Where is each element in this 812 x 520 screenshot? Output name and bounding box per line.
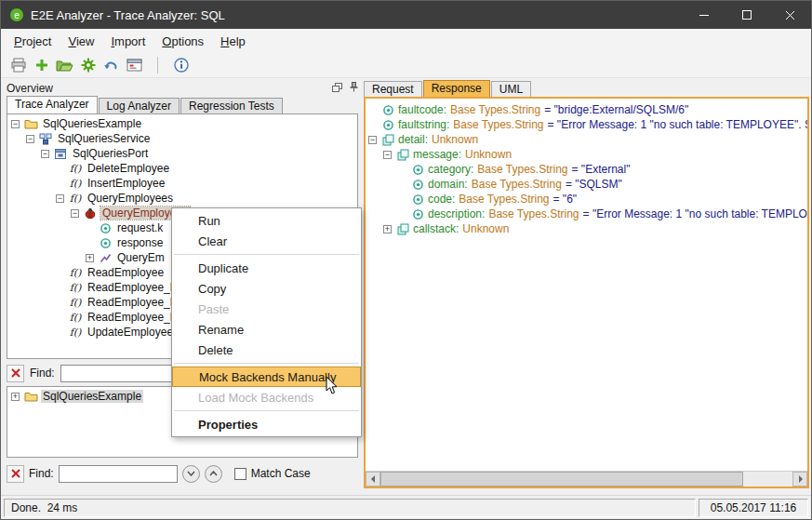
response-tree-item[interactable]: description: Base Types.String = "Error …: [368, 207, 807, 221]
context-menu-item[interactable]: Rename: [172, 319, 361, 340]
menubar-item[interactable]: View: [60, 31, 102, 52]
response-tree-item[interactable]: domain: Base Types.String = "SQLSM": [368, 177, 807, 192]
tree-indent: [11, 243, 86, 244]
add-icon[interactable]: [30, 55, 53, 75]
find-previous-button[interactable]: [205, 465, 222, 483]
tab[interactable]: Request: [364, 81, 422, 97]
tree-item[interactable]: − f() QueryEmployees: [7, 191, 357, 206]
context-menu-item[interactable]: Properties: [172, 414, 361, 434]
tab[interactable]: Response: [423, 80, 490, 97]
tab[interactable]: UML: [491, 81, 531, 97]
tree-indent: [11, 228, 86, 229]
context-menu-item[interactable]: [172, 360, 361, 367]
info-icon[interactable]: [169, 55, 193, 75]
func-icon: f(): [68, 163, 83, 175]
tree-item[interactable]: − SqlQueriesService: [7, 131, 357, 146]
tree-indent: [11, 273, 56, 273]
find-input[interactable]: [59, 465, 178, 483]
tree-item-label: SqlQueriesExample: [41, 390, 143, 403]
tab-label: Regression Tests: [189, 100, 274, 113]
attribute-name: domain:: [428, 178, 468, 191]
tree-indent: [368, 184, 398, 185]
context-menu-item[interactable]: [172, 251, 361, 258]
attribute-value: = "SQLSM": [566, 178, 622, 191]
tree-expander-icon[interactable]: +: [11, 393, 20, 401]
gear-icon[interactable]: [76, 55, 100, 75]
tab[interactable]: Regression Tests: [180, 98, 283, 113]
undo-icon[interactable]: [100, 55, 123, 75]
mouse-cursor: [326, 376, 338, 397]
float-panel-icon[interactable]: [332, 82, 342, 95]
response-tree-item[interactable]: − message: Unknown: [368, 147, 807, 162]
response-tree-item[interactable]: code: Base Types.String = "6": [368, 192, 807, 207]
attribute-name: category:: [428, 163, 473, 176]
scrollbar-thumb[interactable]: [380, 472, 743, 487]
tree-item[interactable]: f() InsertEmployee: [7, 176, 357, 191]
menubar-item[interactable]: Help: [212, 31, 254, 52]
tree-item[interactable]: f() DeleteEmployee: [7, 161, 357, 176]
tab[interactable]: Trace Analyzer: [7, 96, 98, 113]
tree-expander-icon[interactable]: −: [383, 151, 392, 159]
clear-find-button[interactable]: [7, 465, 24, 483]
minimize-button[interactable]: [683, 1, 725, 29]
tree-expander-icon[interactable]: −: [71, 209, 79, 218]
titlebar: e E2E Analyzer - Trace Analyzer: SQL: [1, 1, 811, 29]
context-menu-item[interactable]: [172, 407, 361, 414]
tree-expander-icon[interactable]: −: [368, 136, 377, 144]
tree-expander-icon[interactable]: −: [41, 150, 49, 158]
tree-expander-icon[interactable]: +: [383, 225, 392, 233]
print-icon[interactable]: [7, 55, 30, 75]
tree-indent: [368, 229, 383, 230]
func-icon: f(): [68, 327, 83, 339]
tree-item-label: QueryEm: [115, 251, 166, 264]
response-tree-item[interactable]: category: Base Types.String = "External": [368, 162, 807, 177]
response-tree-item[interactable]: − detail: Unknown: [368, 132, 807, 147]
response-tree-item[interactable]: faultstring: Base Types.String = "Error …: [368, 117, 807, 132]
tree-indent: [11, 302, 56, 303]
scroll-left-icon[interactable]: [366, 472, 380, 487]
tree-expander-icon[interactable]: −: [26, 135, 34, 143]
attr-icon: [98, 222, 113, 234]
tree-expander-icon[interactable]: +: [86, 254, 94, 262]
menubar-item[interactable]: Options: [153, 31, 212, 52]
context-menu-item-label: Duplicate: [198, 261, 248, 275]
service-icon: [38, 133, 53, 145]
match-case-checkbox[interactable]: [234, 468, 246, 480]
attribute-name: faultstring:: [398, 118, 449, 131]
context-menu-item[interactable]: Paste: [172, 299, 361, 319]
func-icon: f(): [68, 282, 83, 294]
scroll-right-icon[interactable]: [792, 472, 807, 487]
context-menu-item[interactable]: Clear: [172, 231, 361, 251]
find-next-button[interactable]: [182, 465, 200, 483]
pin-panel-icon[interactable]: [350, 82, 358, 95]
context-menu-item[interactable]: Run: [172, 210, 361, 231]
context-menu-item[interactable]: Duplicate: [172, 258, 361, 278]
context-menu-item-label: Paste: [198, 302, 229, 316]
scrollbar-track[interactable]: [380, 472, 792, 487]
trace-icon[interactable]: [123, 55, 146, 75]
tree-indent: [11, 153, 41, 154]
menubar-item[interactable]: Project: [6, 31, 60, 52]
tree-item[interactable]: − SqlQueriesPort: [7, 146, 357, 161]
tree-indent: [11, 183, 56, 184]
clear-find-button[interactable]: [7, 365, 24, 382]
horizontal-scrollbar[interactable]: [366, 471, 807, 487]
menubar-item[interactable]: Import: [102, 31, 153, 52]
maximize-button[interactable]: [725, 1, 768, 29]
attribute-type: Base Types.String: [472, 178, 562, 191]
tree-indent: [368, 214, 398, 215]
close-button[interactable]: [768, 1, 811, 29]
context-menu-item[interactable]: Copy: [172, 278, 361, 299]
tree-expander-icon[interactable]: −: [11, 120, 20, 128]
context-menu-item-label: Mock Backends Manually: [199, 370, 336, 384]
response-tree-item[interactable]: + callstack: Unknown: [368, 221, 807, 236]
response-tree-item[interactable]: faultcode: Base Types.String = "bridge:E…: [368, 102, 807, 117]
open-icon[interactable]: [53, 55, 76, 75]
response-tree: faultcode: Base Types.String = "bridge:E…: [366, 99, 807, 472]
tree-item-label: ReadEmployee: [86, 266, 166, 279]
tree-item[interactable]: − SqlQueriesExample: [7, 116, 357, 131]
context-menu-item[interactable]: Delete: [172, 340, 361, 360]
tab[interactable]: Log Analyzer: [99, 98, 180, 113]
attr-icon: [380, 104, 395, 116]
tree-expander-icon[interactable]: −: [56, 194, 64, 203]
